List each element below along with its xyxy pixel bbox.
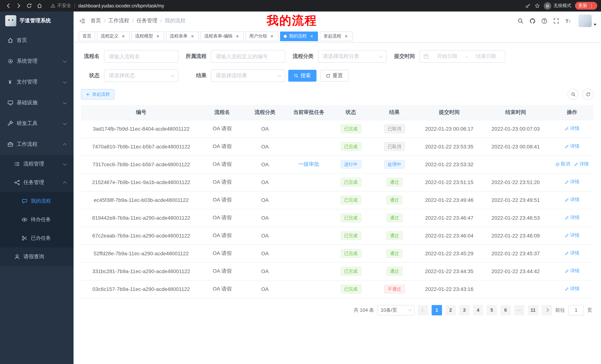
tab-流程表单-编辑[interactable]: 流程表单-编辑× [200, 31, 244, 41]
cell-actions: 详情 [551, 262, 594, 280]
github-button[interactable] [526, 11, 538, 30]
close-icon[interactable]: × [121, 34, 126, 39]
detail-action-link[interactable]: 详情 [565, 268, 580, 274]
back-button[interactable] [4, 1, 13, 10]
page-button-4[interactable]: 4 [473, 305, 483, 315]
current-task-link[interactable]: 一级审批 [299, 161, 319, 167]
tab-我的流程[interactable]: 我的流程× [280, 31, 318, 41]
page-ellipsis[interactable]: ··· [514, 305, 524, 315]
process-name-input[interactable] [104, 50, 178, 63]
app-logo[interactable]: 芋道管理系统 [0, 11, 74, 30]
goto-page-input[interactable] [568, 305, 584, 315]
sidebar-item-基础设施[interactable]: 基础设施 [0, 92, 74, 113]
browser-menu-icon[interactable]: ⋮ [589, 3, 594, 8]
prev-page-button[interactable] [418, 305, 428, 315]
cell-result: 通过 [371, 262, 418, 280]
tab-发起流程[interactable]: 发起流程× [320, 31, 352, 41]
detail-action-link[interactable]: 详情 [565, 197, 580, 203]
detail-action-link[interactable]: 详情 [574, 161, 589, 168]
close-icon[interactable]: × [190, 34, 195, 39]
reset-button[interactable]: 重置 [320, 70, 348, 82]
tab-首页[interactable]: 首页 [79, 31, 95, 41]
tags-view: 首页流程定义×流程模型×流程表单×流程表单-编辑×用户分组×我的流程×发起流程× [74, 30, 601, 43]
font-size-button[interactable]: TT [562, 11, 574, 30]
detail-action-link[interactable]: 详情 [565, 126, 580, 132]
category-select[interactable]: 请选择流程分类 [318, 50, 387, 63]
sidebar-item-我的流程[interactable]: 我的流程 [0, 192, 74, 211]
cell-id: 819442e8-7b9a-11ec-a290-acde48001122 [81, 209, 201, 227]
browser-update-button[interactable]: 更新 ⋮ [575, 2, 597, 10]
home-icon [7, 38, 13, 43]
page-size-select[interactable]: 10条/页 [377, 305, 415, 315]
search-button[interactable]: 搜索 [288, 70, 316, 82]
close-icon[interactable]: × [155, 34, 160, 39]
sidebar-item-首页[interactable]: 首页 [0, 30, 74, 51]
close-icon[interactable]: × [309, 34, 314, 39]
page-button-11[interactable]: 11 [528, 305, 538, 315]
page-button-2[interactable]: 2 [445, 305, 456, 315]
sidebar-item-支付管理[interactable]: ¥支付管理 [0, 72, 74, 92]
refresh-table-button[interactable] [582, 89, 594, 100]
breadcrumb-item[interactable]: 工作流程 [109, 18, 129, 24]
user-menu[interactable] [578, 14, 597, 27]
search-button[interactable] [514, 11, 526, 30]
page-button-5[interactable]: 5 [487, 305, 497, 315]
tab-用户分组[interactable]: 用户分组× [246, 31, 278, 41]
cancel-action-link[interactable]: 取消 [555, 161, 570, 168]
page-button-3[interactable]: 3 [459, 305, 470, 315]
detail-action-link[interactable]: 详情 [565, 144, 580, 150]
sidebar-item-工作流程[interactable]: 工作流程 [0, 134, 74, 155]
cell-submit-time: 2022-01-22 23:46:47 [418, 209, 481, 227]
breadcrumb-separator: / [132, 18, 134, 24]
breadcrumb-item[interactable]: 任务管理 [137, 18, 158, 24]
result-badge: 已取消 [384, 124, 405, 133]
reload-button[interactable] [25, 1, 33, 10]
question-button[interactable] [538, 11, 550, 30]
sidebar-item-系统管理[interactable]: 系统管理 [0, 51, 74, 72]
status-select[interactable]: 请选择状态 [104, 69, 178, 82]
result-select[interactable]: 请选择流结果 [211, 69, 285, 82]
page-button-1[interactable]: 1 [432, 305, 442, 315]
detail-action-link[interactable]: 详情 [565, 179, 580, 185]
detail-action-link[interactable]: 详情 [565, 232, 580, 239]
process-def-input[interactable] [211, 50, 285, 63]
cell-process-name: OA 请假 [201, 173, 243, 191]
forward-button[interactable] [14, 1, 23, 10]
start-process-button[interactable]: 发起流程 [81, 89, 114, 99]
cell-submit-time: 2022-01-22 23:53:32 [418, 155, 481, 173]
tab-流程模型[interactable]: 流程模型× [131, 31, 164, 41]
action-label: 详情 [570, 232, 580, 239]
detail-action-link[interactable]: 详情 [565, 215, 580, 221]
cell-end-time: 2022-01-23 00:07:03 [481, 120, 551, 138]
address-bar[interactable]: 不安全 dashboard.yudao.iocoder.cn/bpm/task/… [50, 3, 520, 9]
sidebar-item-请假查询[interactable]: 请假查询 [0, 248, 74, 266]
sidebar-item-研发工具[interactable]: 研发工具 [0, 113, 74, 134]
detail-action-link[interactable]: 详情 [565, 250, 580, 257]
cell-submit-time: 2022-01-22 23:44:35 [418, 262, 481, 280]
column-header: 流程分类 [243, 105, 287, 120]
cell-submit-time: 2022-01-22 23:53:35 [418, 138, 481, 155]
tab-流程表单[interactable]: 流程表单× [166, 31, 199, 41]
home-button[interactable] [35, 1, 44, 10]
cell-actions: 取消详情 [551, 155, 594, 173]
sidebar-item-已办任务[interactable]: 已办任务 [0, 229, 74, 248]
result-badge: 已取消 [384, 142, 405, 151]
close-icon[interactable]: × [269, 34, 274, 39]
next-page-button[interactable] [541, 305, 552, 315]
sidebar-item-流程管理[interactable]: 流程管理 [0, 155, 74, 173]
close-icon[interactable]: × [235, 34, 240, 39]
close-icon[interactable]: × [344, 34, 349, 39]
breadcrumb-item[interactable]: 首页 [91, 18, 101, 24]
sidebar-item-任务管理[interactable]: 任务管理 [0, 173, 74, 192]
submit-time-range-picker[interactable]: 开始日期 - 结束日期 [419, 50, 506, 63]
sidebar-item-待办任务[interactable]: 待办任务 [0, 211, 74, 229]
sidebar-item-label: 首页 [17, 37, 27, 44]
sidebar-toggle-button[interactable] [74, 11, 91, 30]
star-icon[interactable] [534, 3, 540, 9]
fullscreen-button[interactable] [550, 11, 562, 30]
tab-流程定义[interactable]: 流程定义× [97, 31, 130, 41]
key-icon[interactable] [525, 3, 531, 9]
page-button-6[interactable]: 6 [500, 305, 511, 315]
toggle-search-button[interactable] [568, 89, 579, 100]
detail-action-link[interactable]: 详情 [565, 286, 580, 292]
